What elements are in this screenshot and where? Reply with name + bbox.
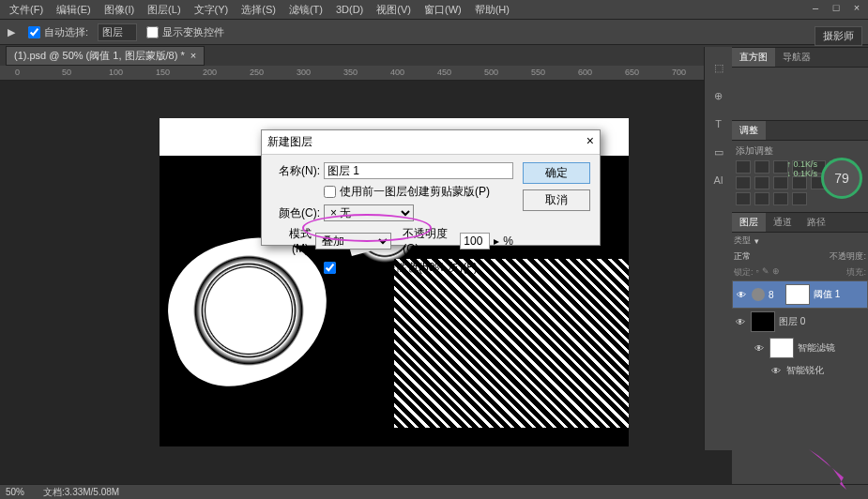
eye-icon[interactable]: 👁 xyxy=(753,343,766,354)
eye-icon[interactable]: 👁 xyxy=(769,366,783,376)
opacity-label: 不透明度: xyxy=(830,250,866,263)
mode-select[interactable]: 叠加 xyxy=(315,233,391,250)
camera-preset-button[interactable]: 摄影师 xyxy=(815,26,862,46)
layer-row[interactable]: 👁智能锐化 xyxy=(732,361,868,380)
new-layer-dialog: 新建图层× 名称(N): 使用前一图层创建剪贴蒙版(P) 颜色(C):× 无 模… xyxy=(261,129,601,246)
close-tab-icon[interactable]: × xyxy=(190,50,196,61)
adj-icon[interactable] xyxy=(754,160,769,174)
tool-icon[interactable]: Al xyxy=(708,169,728,191)
window-max-icon[interactable]: □ xyxy=(829,2,844,15)
name-input[interactable] xyxy=(324,162,513,179)
adj-icon[interactable] xyxy=(736,192,751,205)
adj-icon[interactable] xyxy=(792,192,807,205)
eye-icon[interactable]: 👁 xyxy=(734,317,747,327)
menubar: 文件(F) 编辑(E) 图像(I) 图层(L) 文字(Y) 选择(S) 滤镜(T… xyxy=(0,0,868,19)
auto-select-dropdown[interactable]: 图层 xyxy=(98,23,137,41)
clip-mask-check[interactable] xyxy=(324,186,336,198)
layer-name: 智能锐化 xyxy=(786,364,824,377)
adj-icon[interactable] xyxy=(792,176,807,189)
panels-column: 直方图 导航器 ↑ 0.1K/s↓ 0.1K/s 79 调整 添加调整 图层 通… xyxy=(732,47,868,499)
dialog-title: 新建图层× xyxy=(262,130,600,155)
layer-name: 图层 0 xyxy=(779,315,805,328)
layer-name: 阈值 1 xyxy=(814,288,840,301)
layer-kind-label: 类型 xyxy=(734,234,751,247)
window-close-icon[interactable]: × xyxy=(849,2,864,15)
menu-edit[interactable]: 编辑(E) xyxy=(51,1,97,19)
tool-icon[interactable]: ⬚ xyxy=(708,56,728,79)
ruler-horizontal: 0501001502002503003504004505005506006507… xyxy=(0,66,723,81)
menu-layer[interactable]: 图层(L) xyxy=(142,1,186,19)
tool-icon[interactable]: ▭ xyxy=(708,141,728,163)
blend-mode-dropdown[interactable]: 正常 xyxy=(734,250,751,263)
adj-icon[interactable] xyxy=(754,192,769,205)
opacity-input[interactable] xyxy=(460,233,490,250)
fill-label: 填充: xyxy=(846,266,866,279)
doc-size: 文档:3.33M/5.08M xyxy=(43,486,119,499)
lock-label: 锁定: xyxy=(734,266,754,279)
menu-image[interactable]: 图像(I) xyxy=(99,1,140,19)
show-transform-label: 显示变换控件 xyxy=(162,25,224,39)
eye-icon[interactable]: 👁 xyxy=(735,290,748,300)
layer-row[interactable]: 👁8阈值 1 xyxy=(732,280,868,309)
tab-layers[interactable]: 图层 xyxy=(732,213,766,232)
menu-file[interactable]: 文件(F) xyxy=(4,1,49,19)
menu-filter[interactable]: 滤镜(T) xyxy=(283,1,328,19)
speed-up-label: ↑ 0.1K/s↓ 0.1K/s xyxy=(786,159,817,178)
dialog-close-icon[interactable]: × xyxy=(586,133,594,148)
tab-histogram[interactable]: 直方图 xyxy=(732,48,775,67)
tab-adjustments[interactable]: 调整 xyxy=(732,121,766,140)
auto-select-label: 自动选择: xyxy=(44,25,88,39)
opacity-unit: % xyxy=(503,234,513,248)
adj-icon[interactable] xyxy=(736,176,751,189)
adj-icon[interactable] xyxy=(754,176,769,189)
adj-icon[interactable] xyxy=(736,160,751,174)
adj-icon[interactable] xyxy=(773,176,788,189)
ok-button[interactable]: 确定 xyxy=(523,162,590,184)
document-tab[interactable]: (1).psd @ 50% (阈值 1, 图层蒙版/8) *× xyxy=(6,46,205,66)
tab-navigator[interactable]: 导航器 xyxy=(775,48,818,67)
menu-view[interactable]: 视图(V) xyxy=(371,1,417,19)
color-select[interactable]: × 无 xyxy=(324,204,414,221)
name-label: 名称(N): xyxy=(271,163,320,179)
auto-select-check[interactable] xyxy=(28,26,40,38)
tool-icon[interactable]: ⊕ xyxy=(708,84,728,107)
layer-row[interactable]: 👁图层 0 xyxy=(732,309,868,335)
menu-type[interactable]: 文字(Y) xyxy=(189,1,235,19)
cancel-button[interactable]: 取消 xyxy=(523,189,590,211)
add-adjustment-label: 添加调整 xyxy=(736,144,864,158)
fill-neutral-check[interactable] xyxy=(324,262,336,274)
mode-label: 模式(M): xyxy=(271,226,312,255)
color-label: 颜色(C): xyxy=(271,205,320,221)
menu-select[interactable]: 选择(S) xyxy=(236,1,282,19)
opacity-label: 不透明度(O): xyxy=(403,226,456,255)
window-min-icon[interactable]: – xyxy=(808,2,823,15)
zoom-level[interactable]: 50% xyxy=(6,487,24,497)
layer-name: 智能滤镜 xyxy=(798,341,835,355)
adj-icon[interactable] xyxy=(773,192,788,205)
show-transform-check[interactable] xyxy=(146,26,159,38)
status-bar: 50% 文档:3.33M/5.08M xyxy=(0,484,868,499)
clip-mask-label: 使用前一图层创建剪贴蒙版(P) xyxy=(340,184,490,200)
menu-3d[interactable]: 3D(D) xyxy=(330,2,369,17)
speed-widget: 79 xyxy=(821,158,862,199)
tab-paths[interactable]: 路径 xyxy=(799,213,833,232)
menu-help[interactable]: 帮助(H) xyxy=(469,1,515,19)
options-bar: ▶ 自动选择: 图层 显示变换控件 3D 模式: 摄影师 xyxy=(0,19,868,45)
layer-row[interactable]: 👁智能滤镜 xyxy=(732,335,868,361)
tool-icon[interactable]: T xyxy=(708,113,728,135)
menu-window[interactable]: 窗口(W) xyxy=(419,1,467,19)
fill-neutral-label: 填充叠加中性色(50% 灰)(F) xyxy=(340,260,478,276)
vertical-toolbar: ⬚ ⊕ T ▭ Al xyxy=(704,47,732,450)
tab-channels[interactable]: 通道 xyxy=(766,213,799,232)
